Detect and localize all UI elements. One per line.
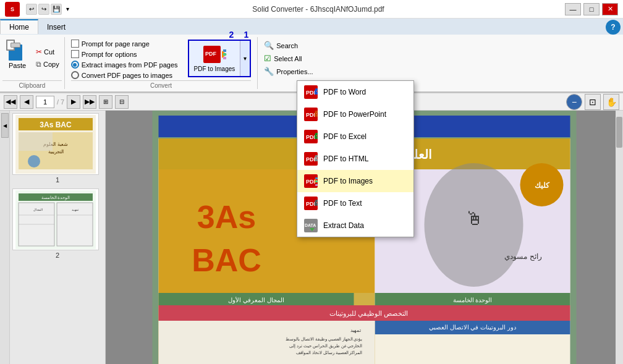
checkbox-row-2[interactable]: Prompt for options: [71, 50, 178, 58]
svg-rect-10: [315, 92, 318, 95]
save-button[interactable]: 💾: [51, 4, 62, 15]
dropdown-item-extract[interactable]: DATA Extract Data: [297, 214, 413, 237]
svg-text:3As: 3As: [197, 199, 256, 235]
cut-button[interactable]: ✂ Cut: [33, 46, 62, 57]
svg-text:دور البروتينات في الاتصال العص: دور البروتينات في الاتصال العصبي: [429, 324, 516, 331]
dropdown-item-excel[interactable]: PDF PDF to Excel: [297, 125, 413, 148]
svg-text:BAC: BAC: [192, 242, 261, 278]
hand-tool-button[interactable]: ✋: [603, 94, 619, 110]
title-text: Solid Converter - 6JhscqIANfOJumd.pdf: [72, 5, 565, 14]
convert-group-label: Convert: [71, 80, 252, 89]
select-tool-button[interactable]: ⊡: [585, 94, 601, 110]
convert-checkboxes: Prompt for page range Prompt for options…: [71, 40, 178, 79]
svg-rect-4: [223, 53, 226, 56]
vertical-scrollbar-track[interactable]: [616, 111, 623, 364]
thumbnail-2[interactable]: الوحدة الخامسة المجال تمهيد 2: [12, 188, 103, 259]
extract-images-label: Extract images from PDF pages: [82, 61, 178, 69]
svg-rect-15: [315, 114, 318, 117]
num1-label: 1: [244, 30, 248, 40]
svg-rect-31: [315, 184, 318, 186]
thumbnail-img-1: 3As BAC شعبة العلوم التجريبية: [12, 113, 99, 175]
svg-rect-29: [315, 177, 318, 179]
convert-pages-radio[interactable]: [71, 71, 79, 79]
ppt-icon: PDF: [303, 107, 318, 122]
radio-row-2[interactable]: Convert PDF pages to images: [71, 71, 178, 79]
page-number-input[interactable]: [36, 96, 54, 108]
pdf-images-inner: PDF PDF to Images: [189, 41, 240, 76]
last-page-button[interactable]: ▶▶: [83, 95, 96, 109]
prompt-options-checkbox[interactable]: [71, 50, 79, 58]
svg-text:الوحدة الخامسة: الوحدة الخامسة: [41, 195, 70, 200]
search-button[interactable]: 🔍 Search: [261, 40, 315, 51]
html-icon: PDF: [303, 151, 318, 166]
ppt-item-label: PDF to PowerPoint: [323, 110, 386, 119]
undo-button[interactable]: ↩: [26, 4, 37, 15]
first-page-button[interactable]: ◀◀: [4, 95, 17, 109]
clipboard-small-buttons: ✂ Cut ⧉ Copy: [33, 37, 62, 79]
select-all-button[interactable]: ☑ Select All: [261, 53, 315, 64]
pdf-to-images-icon: PDF: [202, 44, 227, 64]
svg-rect-46: [19, 132, 53, 151]
thumbnail-1[interactable]: 3As BAC شعبة العلوم التجريبية 1: [12, 113, 103, 184]
pdf-images-btn-container: 2 1 PDF: [188, 40, 252, 77]
svg-rect-9: [315, 88, 318, 91]
close-button[interactable]: ✕: [602, 3, 618, 15]
svg-rect-36: [315, 203, 318, 206]
svg-rect-35: [315, 200, 318, 202]
excel-icon: PDF: [303, 129, 318, 144]
title-bar: S ↩ ↪ 💾 ▾ Solid Converter - 6JhscqIANfOJ…: [0, 0, 623, 19]
paste-icon: [6, 40, 28, 61]
word-item-label: PDF to Word: [323, 88, 366, 96]
svg-text:رائح مسودي: رائح مسودي: [504, 252, 541, 261]
thumbnail-label-2: 2: [12, 252, 103, 259]
extract-images-radio[interactable]: [71, 61, 79, 69]
title-controls: — □ ✕: [565, 3, 618, 15]
checkbox-row-1[interactable]: Prompt for page range: [71, 40, 178, 48]
radio-row-1[interactable]: Extract images from PDF pages: [71, 61, 178, 69]
excel-item-label: PDF to Excel: [323, 132, 367, 141]
redo-button[interactable]: ↪: [38, 4, 49, 15]
thumb-svg-1: 3As BAC شعبة العلوم التجريبية: [15, 115, 96, 174]
tab-insert[interactable]: Insert: [38, 20, 74, 34]
cut-label: Cut: [44, 48, 54, 56]
prompt-page-range-checkbox[interactable]: [71, 40, 79, 48]
prev-page-button[interactable]: ◀: [20, 95, 33, 109]
dropdown-item-ppt[interactable]: PDF PDF to PowerPoint: [297, 103, 413, 125]
dropdown-item-word[interactable]: PDF PDF to Word: [297, 81, 413, 103]
paste-button[interactable]: Paste: [2, 37, 32, 79]
minimize-button[interactable]: —: [565, 3, 581, 15]
properties-button[interactable]: 🔧 Properties...: [261, 66, 315, 77]
search-label: Search: [276, 42, 298, 49]
dropdown-item-images[interactable]: PDF PDF to Images: [297, 170, 413, 192]
prompt-options-label: Prompt for options: [82, 51, 137, 58]
maximize-button[interactable]: □: [583, 3, 600, 15]
pdf-images-button[interactable]: PDF PDF to Images ▾: [188, 40, 252, 77]
zoom-out-button[interactable]: −: [566, 94, 582, 110]
select-all-label: Select All: [274, 55, 302, 62]
view-double-button[interactable]: ⊟: [115, 95, 129, 109]
text-item-label: PDF to Text: [323, 199, 362, 208]
next-page-button[interactable]: ▶: [67, 95, 80, 109]
num2-label: 2: [229, 30, 234, 40]
tab-home[interactable]: Home: [0, 19, 38, 34]
vertical-scrollbar-thumb[interactable]: [616, 117, 622, 148]
extract-icon: DATA: [303, 218, 318, 233]
search-icon: 🔍: [264, 41, 274, 50]
copy-button[interactable]: ⧉ Copy: [33, 59, 62, 70]
sidebar-toggle[interactable]: ◀: [1, 113, 9, 138]
select-all-icon: ☑: [264, 54, 271, 63]
svg-text:كليك: كليك: [535, 181, 550, 190]
pdf-images-dropdown-arrow[interactable]: ▾: [240, 41, 250, 76]
dropdown-item-html[interactable]: PDF PDF to HTML: [297, 148, 413, 170]
thumbnail-img-2: الوحدة الخامسة المجال تمهيد: [12, 188, 99, 250]
dropdown-item-text[interactable]: PDF PDF to Text: [297, 192, 413, 214]
app-icon: S: [5, 2, 20, 17]
svg-rect-19: [315, 133, 318, 135]
customize-button[interactable]: ▾: [63, 4, 72, 15]
view-single-button[interactable]: ⊞: [99, 95, 112, 109]
help-button[interactable]: ?: [606, 20, 621, 35]
svg-rect-3: [223, 49, 226, 52]
svg-text:المجال: المجال: [33, 208, 43, 211]
svg-point-47: [28, 155, 40, 167]
svg-rect-25: [315, 159, 318, 161]
